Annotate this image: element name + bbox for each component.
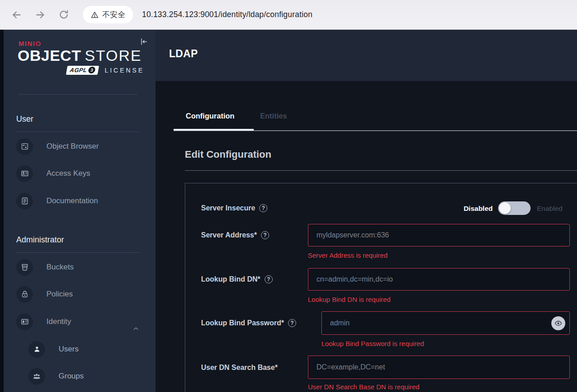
product-logo: OBJECTSTORE (18, 47, 142, 64)
tab-entities[interactable]: Entities (260, 112, 287, 120)
page-header: LDAP (156, 30, 577, 81)
user-dn-search-base-error: User DN Search Base DN is required (308, 383, 420, 391)
question-circle-icon[interactable]: ? (288, 319, 296, 327)
access-keys-icon (21, 169, 29, 178)
sidebar-item-object-browser[interactable]: Object Browser (16, 138, 99, 155)
server-address-input[interactable] (308, 224, 570, 246)
warning-triangle-icon (91, 11, 99, 19)
toggle-knob (499, 202, 511, 214)
toggle-state-disabled: Disabled (447, 205, 493, 213)
section-title: Edit Configuration (185, 149, 271, 160)
section-divider (185, 170, 577, 171)
divider (18, 94, 137, 95)
label-text: Server Insecure (201, 204, 255, 213)
sidebar-item-identity[interactable]: Identity (16, 313, 71, 330)
reveal-password-button[interactable] (551, 316, 565, 330)
sidebar-item-label: Policies (46, 290, 73, 299)
sidebar: MINIO OBJECTSTORE AGPL 3 LICENSE User (0, 30, 156, 392)
buckets-icon (21, 263, 29, 271)
page-title: LDAP (169, 48, 198, 60)
sidebar-item-label: Groups (59, 372, 84, 381)
browser-reload-button[interactable] (57, 8, 70, 22)
lookup-bind-dn-label: Lookup Bind DN* ? (201, 275, 273, 284)
license-row: AGPL 3 LICENSE (67, 66, 144, 75)
sidebar-collapse-button[interactable] (140, 37, 148, 48)
active-tab-indicator (174, 129, 254, 131)
agpl-badge: AGPL 3 (66, 66, 99, 75)
sidebar-item-groups[interactable]: Groups (28, 368, 84, 385)
window-edge-scroll-strip[interactable] (0, 30, 4, 392)
site-security-badge[interactable]: 不安全 (83, 6, 133, 23)
product-bold: OBJECT (18, 47, 81, 64)
label-text: Server Address* (201, 231, 257, 240)
question-circle-icon[interactable]: ? (261, 231, 269, 239)
lookup-bind-password-label: Lookup Bind Password* ? (201, 319, 296, 328)
eye-icon (554, 319, 563, 328)
server-insecure-toggle[interactable] (498, 201, 531, 215)
security-badge-label: 不安全 (102, 9, 125, 20)
identity-icon (21, 318, 29, 326)
server-address-error: Server Address is required (308, 251, 388, 259)
divider (16, 132, 140, 132)
section-heading-administrator: Administrator (16, 235, 64, 245)
sidebar-item-policies[interactable]: Policies (16, 286, 73, 303)
product-light: STORE (85, 47, 142, 64)
browser-chrome: 不安全 10.133.254.123:9001/identity/ldap/co… (0, 0, 577, 30)
documentation-icon (21, 197, 29, 205)
sidebar-item-label: Users (59, 345, 78, 354)
minio-brand-logo: MINIO (18, 40, 41, 47)
address-bar-url[interactable]: 10.133.254.123:9001/identity/ldap/config… (142, 10, 312, 19)
forward-arrow-icon (34, 9, 46, 21)
sidebar-item-label: Identity (46, 317, 71, 326)
agpl-badge-version: 3 (88, 67, 96, 73)
agpl-badge-text: AGPL (69, 67, 88, 73)
sidebar-item-access-keys[interactable]: Access Keys (16, 165, 90, 182)
lookup-bind-password-error: Lookup Bind Password is required (321, 340, 424, 347)
label-text: Lookup Bind Password* (201, 319, 284, 328)
lookup-bind-dn-input[interactable] (308, 268, 570, 291)
reload-icon (58, 9, 69, 20)
groups-icon (32, 372, 41, 381)
sidebar-item-documentation[interactable]: Documentation (16, 192, 98, 210)
identity-collapse-toggle[interactable] (132, 325, 140, 334)
sidebar-item-label: Buckets (46, 263, 73, 272)
sidebar-item-label: Access Keys (46, 169, 90, 178)
main-content: Configuration Entities Edit Configuratio… (156, 81, 577, 392)
chevron-up-icon (132, 325, 140, 333)
brand-light: IO (33, 40, 41, 47)
label-text: Lookup Bind DN* (201, 275, 261, 284)
user-dn-search-base-label: User DN Search Base* (201, 363, 278, 372)
sidebar-item-users[interactable]: Users (28, 341, 78, 358)
server-insecure-label: Server Insecure ? (201, 204, 267, 213)
server-address-label: Server Address* ? (201, 231, 269, 240)
toggle-state-enabled: Enabled (537, 205, 563, 213)
license-label: LICENSE (105, 67, 144, 74)
sidebar-item-label: Object Browser (46, 142, 99, 151)
question-circle-icon[interactable]: ? (265, 275, 273, 283)
collapse-sidebar-icon (140, 37, 148, 46)
label-text: User DN Search Base* (201, 363, 278, 372)
browser-forward-button[interactable] (33, 8, 47, 22)
lookup-bind-dn-error: Lookup Bind DN is required (308, 296, 390, 303)
back-arrow-icon (11, 9, 23, 21)
users-icon (33, 345, 41, 353)
policies-icon (21, 290, 29, 298)
screen: 不安全 10.133.254.123:9001/identity/ldap/co… (0, 0, 577, 392)
configuration-form-panel: Server Insecure ? Disabled Enabled Serve… (185, 183, 577, 392)
sidebar-item-label: Documentation (46, 196, 98, 205)
question-circle-icon[interactable]: ? (259, 204, 267, 212)
user-dn-search-base-input[interactable] (308, 356, 570, 379)
brand-bold: MIN (18, 40, 33, 47)
sidebar-item-buckets[interactable]: Buckets (16, 259, 73, 276)
object-browser-icon (21, 142, 29, 150)
tab-configuration[interactable]: Configuration (186, 112, 234, 120)
divider (16, 252, 140, 253)
lookup-bind-password-input[interactable] (321, 311, 570, 335)
section-heading-user: User (16, 114, 33, 124)
browser-back-button[interactable] (10, 8, 23, 22)
